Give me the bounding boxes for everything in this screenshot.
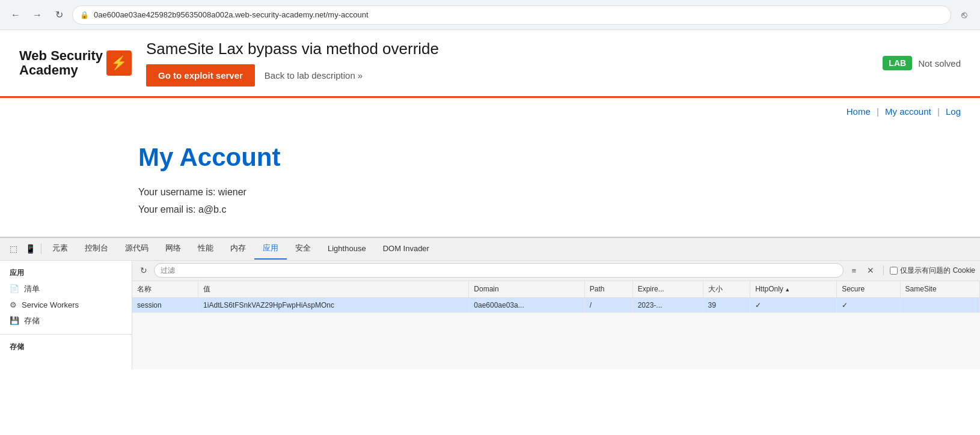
- devtools-toolbar: ↻ ≡ ✕ 仅显示有问题的 Cookie: [132, 261, 980, 281]
- service-workers-icon: ⚙: [10, 300, 17, 309]
- lab-title: SameSite Lax bypass via method override: [146, 40, 868, 58]
- lab-title-area: SameSite Lax bypass via method override …: [146, 40, 868, 87]
- devtools-inspect-icon[interactable]: ⬚: [5, 240, 22, 257]
- lock-icon: 🔒: [80, 11, 89, 19]
- tab-memory[interactable]: 内存: [222, 238, 254, 260]
- sidebar-section-storage: 存储: [0, 339, 132, 354]
- sidebar-item-label-manifest: 清单: [24, 284, 40, 294]
- tab-console[interactable]: 控制台: [76, 238, 117, 260]
- cookie-table-scroll: 名称 值 Domain Path Expire... 大小 HttpOnly S…: [132, 281, 980, 369]
- logo-area: Web Security Academy ⚡: [19, 49, 132, 78]
- col-name: 名称: [132, 281, 198, 298]
- forward-button[interactable]: →: [29, 7, 46, 23]
- devtools-sidebar: 应用 📄 清单 ⚙ Service Workers 💾 存储 存储: [0, 261, 132, 369]
- devtools-tabs: ⬚ 📱 元素 控制台 源代码 网络 性能 内存 应用 安全 Lighthouse…: [0, 238, 980, 261]
- table-cell: 39: [703, 297, 750, 312]
- username-text: Your username is: wiener: [138, 184, 842, 201]
- back-to-lab-link[interactable]: Back to lab description »: [265, 70, 363, 81]
- exploit-server-button[interactable]: Go to exploit server: [146, 64, 255, 87]
- storage-icon: 💾: [10, 316, 19, 325]
- col-domain: Domain: [469, 281, 584, 298]
- page-nav: Home | My account | Log: [0, 98, 980, 125]
- table-cell: session: [132, 297, 198, 312]
- main-content: My Account Your username is: wiener Your…: [0, 125, 980, 237]
- sidebar-item-service-workers[interactable]: ⚙ Service Workers: [0, 297, 132, 312]
- col-samesite: SameSite: [900, 281, 979, 298]
- col-secure: Secure: [837, 281, 900, 298]
- devtools-main: ↻ ≡ ✕ 仅显示有问题的 Cookie 名称 值 Doma: [132, 261, 980, 369]
- address-bar[interactable]: 🔒 0ae600ae03ae425982b95635008a002a.web-s…: [72, 5, 951, 25]
- tab-elements[interactable]: 元素: [44, 238, 76, 260]
- url-text: 0ae600ae03ae425982b95635008a002a.web-sec…: [94, 10, 369, 19]
- col-httponly[interactable]: HttpOnly: [750, 281, 837, 298]
- home-link[interactable]: Home: [847, 106, 871, 117]
- my-account-link[interactable]: My account: [885, 106, 931, 117]
- user-info: Your username is: wiener Your email is: …: [138, 184, 842, 219]
- table-cell: /: [584, 297, 632, 312]
- lab-actions: Go to exploit server Back to lab descrip…: [146, 64, 868, 87]
- tab-security[interactable]: 安全: [287, 238, 319, 260]
- tab-lighthouse[interactable]: Lighthouse: [319, 239, 375, 259]
- table-header-row: 名称 值 Domain Path Expire... 大小 HttpOnly S…: [132, 281, 980, 298]
- back-button[interactable]: ←: [7, 7, 24, 23]
- table-cell: ✓: [837, 297, 900, 312]
- manifest-icon: 📄: [10, 284, 19, 293]
- only-problems-text: 仅显示有问题的 Cookie: [900, 266, 975, 276]
- browser-chrome: ← → ↻ 🔒 0ae600ae03ae425982b95635008a002a…: [0, 0, 980, 30]
- devtools-panel: ⬚ 📱 元素 控制台 源代码 网络 性能 内存 应用 安全 Lighthouse…: [0, 237, 980, 369]
- table-cell: 0ae600ae03a...: [469, 297, 584, 312]
- lab-status: Not solved: [918, 58, 961, 68]
- filter-icon-button[interactable]: ≡: [847, 264, 860, 277]
- col-value: 值: [198, 281, 469, 298]
- tab-network[interactable]: 网络: [157, 238, 189, 260]
- lab-badge-area: LAB Not solved: [883, 56, 961, 70]
- table-cell: [900, 297, 979, 312]
- table-row[interactable]: session1iAdtLS6tFSnkVAZ29HpFwpHiAspMOnc0…: [132, 297, 980, 312]
- tab-dom-invader[interactable]: DOM Invader: [375, 239, 438, 259]
- col-expires: Expire...: [632, 281, 703, 298]
- share-button[interactable]: ⎋: [956, 7, 973, 23]
- table-cell: 2023-...: [632, 297, 703, 312]
- only-problems-checkbox[interactable]: [890, 267, 898, 275]
- table-cell: 1iAdtLS6tFSnkVAZ29HpFwpHiAspMOnc: [198, 297, 469, 312]
- table-cell: ✓: [750, 297, 837, 312]
- log-link[interactable]: Log: [946, 106, 961, 117]
- logo-icon: ⚡: [106, 50, 132, 76]
- lab-header: Web Security Academy ⚡ SameSite Lax bypa…: [0, 30, 980, 98]
- col-size: 大小: [703, 281, 750, 298]
- email-text: Your email is: a@b.c: [138, 201, 842, 219]
- logo-text: Web Security Academy: [19, 49, 103, 78]
- cookies-refresh-button[interactable]: ↻: [137, 264, 150, 277]
- cookie-table: 名称 值 Domain Path Expire... 大小 HttpOnly S…: [132, 281, 980, 313]
- tab-performance[interactable]: 性能: [189, 238, 222, 260]
- refresh-button[interactable]: ↻: [51, 7, 67, 23]
- sidebar-item-storage[interactable]: 💾 存储: [0, 312, 132, 329]
- lab-badge: LAB: [883, 56, 912, 70]
- sidebar-item-label-storage: 存储: [24, 315, 40, 326]
- devtools-body: 应用 📄 清单 ⚙ Service Workers 💾 存储 存储 ↻: [0, 261, 980, 369]
- page-heading: My Account: [138, 143, 842, 172]
- filter-input[interactable]: [154, 263, 844, 278]
- only-problems-label[interactable]: 仅显示有问题的 Cookie: [890, 266, 975, 276]
- sidebar-section-app: 应用: [0, 266, 132, 281]
- col-path: Path: [584, 281, 632, 298]
- filter-close-button[interactable]: ✕: [864, 264, 877, 277]
- sidebar-item-manifest[interactable]: 📄 清单: [0, 281, 132, 297]
- devtools-device-icon[interactable]: 📱: [22, 240, 38, 257]
- tab-application[interactable]: 应用: [254, 238, 287, 260]
- sidebar-item-label-service-workers: Service Workers: [22, 300, 79, 309]
- tab-sources[interactable]: 源代码: [117, 238, 157, 260]
